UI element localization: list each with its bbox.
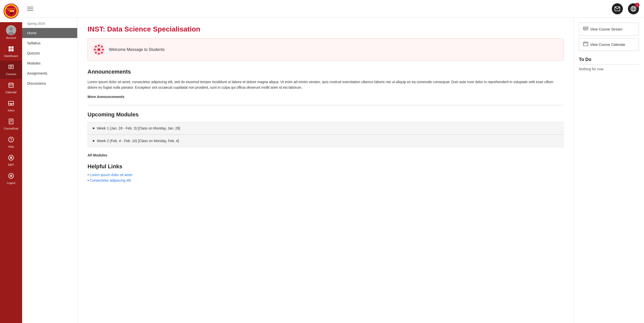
svg-text:?: ? <box>10 138 12 142</box>
divider-1 <box>88 105 564 105</box>
module-row-2[interactable]: ▶ Week 2 (Feb. 4 - Feb. 10) [Class on Mo… <box>88 135 564 147</box>
globe-button[interactable]: 1 <box>628 3 639 14</box>
course-nav-discussions[interactable]: Discussions <box>22 78 77 88</box>
main-wrapper: 1 Spring 2019 Home Syllabus Quizzes Modu… <box>22 0 644 323</box>
view-course-stream-button[interactable]: View Course Stream <box>579 23 639 36</box>
upcoming-modules-section: Upcoming Modules ▶ Week 1 (Jan. 28 - Feb… <box>88 111 564 147</box>
sidebar-courseeval-label: CourseEval <box>4 127 18 130</box>
svg-point-42 <box>95 46 97 47</box>
svg-point-45 <box>94 49 96 50</box>
helpful-link-2[interactable]: Consectetur adipiscing elit <box>88 178 564 182</box>
module-row-1[interactable]: ▶ Week 1 (Jan. 28 - Feb. 3) [Class on Mo… <box>88 122 564 135</box>
view-stream-label: View Course Stream <box>590 27 622 31</box>
course-nav: Spring 2019 Home Syllabus Quizzes Module… <box>22 18 77 323</box>
course-nav-home[interactable]: Home <box>22 28 77 38</box>
top-header: 1 <box>22 0 644 18</box>
course-nav-assignments[interactable]: Assignments <box>22 68 77 78</box>
svg-rect-22 <box>10 104 12 105</box>
main-content: INST: Data Science Specialisation Welc <box>77 18 574 323</box>
right-sidebar: View Course Stream View Course Calendar … <box>574 18 644 323</box>
svg-rect-6 <box>9 46 11 49</box>
body-area: Spring 2019 Home Syllabus Quizzes Module… <box>22 18 644 323</box>
todo-title: To Do <box>579 57 639 64</box>
sidebar-courses-label: Courses <box>6 73 16 76</box>
module-label-1: Week 1 (Jan. 28 - Feb. 3) [Class on Mond… <box>97 126 180 130</box>
sidebar-item-courseeval[interactable]: CourseEval <box>0 115 22 133</box>
notification-badge: 1 <box>635 3 639 7</box>
modules-list: ▶ Week 1 (Jan. 28 - Feb. 3) [Class on Mo… <box>88 122 564 147</box>
sidebar-calendar-label: Calendar <box>6 91 17 94</box>
more-announcements-link[interactable]: More Announcements <box>88 95 125 99</box>
module-arrow-1: ▶ <box>93 126 95 130</box>
view-course-calendar-button[interactable]: View Course Calendar <box>579 38 639 51</box>
sidebar-item-help[interactable]: ? Help <box>0 133 22 151</box>
welcome-message-text: Welcome Message to Students <box>109 47 165 52</box>
sidebar-item-emt[interactable]: EMT <box>0 151 22 170</box>
welcome-banner: Welcome Message to Students <box>88 38 564 61</box>
sidebar-emt-label: EMT <box>8 163 14 167</box>
course-nav-syllabus[interactable]: Syllabus <box>22 38 77 48</box>
svg-point-48 <box>98 53 100 54</box>
sidebar-item-courses[interactable]: Courses <box>0 61 22 79</box>
avatar <box>6 25 16 35</box>
announcement-body: Lorem ipsum dolor sit amet, consectetur … <box>88 79 564 90</box>
svg-rect-18 <box>10 85 11 86</box>
course-nav-quizzes[interactable]: Quizzes <box>22 48 77 58</box>
module-label-2: Week 2 (Feb. 4 - Feb. 10) [Class on Mond… <box>97 139 179 143</box>
svg-rect-51 <box>583 27 588 30</box>
dashboard-icon <box>8 46 14 53</box>
sidebar-logout-label: Logout <box>7 181 15 185</box>
sidebar-inbox-label: Inbox <box>8 109 15 112</box>
course-nav-modules[interactable]: Modules <box>22 58 77 68</box>
todo-section: To Do Nothing for now <box>579 57 639 71</box>
sidebar-item-inbox[interactable]: Inbox <box>0 97 22 115</box>
mail-button[interactable] <box>612 3 623 14</box>
logout-icon <box>8 173 14 180</box>
sidebar-help-label: Help <box>8 145 14 148</box>
announcements-title: Announcements <box>88 69 564 75</box>
calendar-icon <box>8 82 14 90</box>
hamburger-button[interactable] <box>27 7 33 11</box>
sidebar-account-label: Account <box>6 36 16 40</box>
view-calendar-label: View Course Calendar <box>590 43 625 47</box>
sidebar-item-logout[interactable]: Logout <box>0 170 22 188</box>
helpful-links-title: Helpful Links <box>88 163 564 170</box>
header-right: 1 <box>612 3 639 14</box>
helpful-link-1[interactable]: Lorem ipsum dolor sit amet <box>88 173 564 177</box>
course-term: Spring 2019 <box>22 22 77 28</box>
svg-rect-9 <box>11 49 14 51</box>
sidebar: UNIVERSITY OF MARYLAND Account <box>0 0 22 323</box>
svg-rect-19 <box>12 85 12 86</box>
module-arrow-2: ▶ <box>93 139 95 142</box>
todo-empty: Nothing for now <box>579 67 639 71</box>
svg-rect-20 <box>9 101 14 105</box>
svg-point-43 <box>98 45 100 46</box>
emt-icon <box>8 155 14 162</box>
sidebar-item-calendar[interactable]: Calendar <box>0 79 22 97</box>
upcoming-modules-title: Upcoming Modules <box>88 111 564 118</box>
courses-icon <box>8 64 14 72</box>
svg-point-34 <box>10 175 12 177</box>
svg-rect-55 <box>583 42 588 46</box>
svg-point-44 <box>101 46 103 47</box>
inbox-icon <box>8 100 14 108</box>
svg-rect-14 <box>9 83 13 87</box>
course-title: INST: Data Science Specialisation <box>88 25 564 33</box>
svg-point-4 <box>9 27 13 31</box>
sidebar-dashboard-label: Dashboard <box>4 54 18 58</box>
svg-text:UNIVERSITY OF: UNIVERSITY OF <box>7 8 16 10</box>
svg-rect-23 <box>9 119 13 124</box>
svg-rect-8 <box>9 49 11 51</box>
calendar-btn-icon <box>583 41 588 48</box>
courseeval-icon <box>8 118 14 126</box>
sidebar-item-dashboard[interactable]: Dashboard <box>0 43 22 61</box>
help-icon: ? <box>8 137 14 144</box>
svg-point-46 <box>102 49 104 50</box>
welcome-icon <box>93 44 105 56</box>
svg-rect-7 <box>11 46 14 49</box>
university-logo: UNIVERSITY OF MARYLAND <box>0 0 22 22</box>
sidebar-item-account[interactable]: Account <box>0 22 22 43</box>
stream-icon <box>583 26 588 32</box>
all-modules-link[interactable]: All Modules <box>88 153 564 157</box>
svg-point-47 <box>95 52 97 53</box>
